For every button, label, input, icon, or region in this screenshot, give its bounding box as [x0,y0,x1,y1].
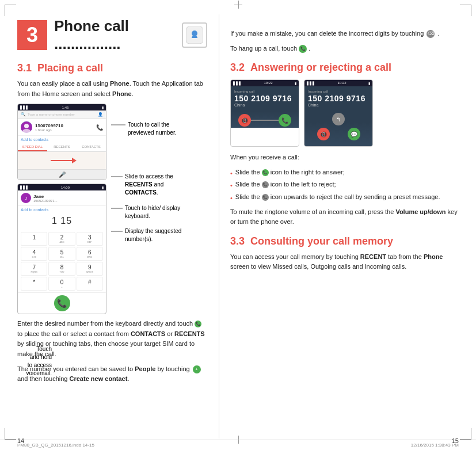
callout-voicemail: Touchand holdto accessvoicemail. [14,345,52,377]
incoming-screen-2: ▋▋▋ 10:22 ▮ Incoming call 150 2109 9716 … [304,79,373,147]
slide-arrow-area [18,152,106,169]
phone-contact-item: 15007099710 1 hour ago 📞 [18,119,106,136]
callout-keyboard-text: Touch to hide/ display keyboard. [125,204,192,220]
phone-contact-avatar [21,121,32,133]
incoming-actions-2: ↰ 📵 💬 [308,110,369,143]
contact-number-2: 15052109971... [33,199,58,203]
bullet-dot-3: • [230,193,233,204]
key-star: * [21,277,47,291]
incoming-call-screens: ▋▋▋ 10:22 ▮ Incoming call 150 2109 9716 … [230,79,459,147]
incoming-status-1: ▋▋▋ 10:22 ▮ [231,80,299,86]
phone-screen-1: ▋▋▋ 1:45 ▮ 🔍 Type a name or phone number… [17,104,106,180]
contact-name-2: Jane [33,194,58,199]
callout-keyboard-line: Touch to hide/ display keyboard. [111,204,192,220]
bullet-text-1: Slide the 📞 icon to the right to answer; [235,167,345,178]
add-contact-label: Add to contacts [21,138,48,142]
phone-tabs-bar: SPEED DIAL RECENTS CONTACTS [18,143,106,152]
contact-count-icon: 👤 [98,112,103,117]
right-page: If you make a mistake, you can delete th… [219,0,476,450]
callout-slide-text: Slide to access the RECENTS and CONTACTS… [125,173,195,197]
slide-icon-3: 📞 [262,194,269,201]
status2-signal: ▋▋▋ [20,185,29,189]
bullet-dot-2: • [230,181,233,191]
phone-app-icon [186,26,203,44]
phone-status-bar: ▋▋▋ 1:45 ▮ [18,104,106,110]
status-time: 1:45 [62,106,69,109]
incoming-body-1: Incoming call 150 2109 9716 China 📞 📵 [231,86,299,128]
phone-dial-number: 1 15 [20,216,104,226]
phone-tab-speed-dial: SPEED DIAL [18,143,47,151]
callout-line-4 [111,231,123,232]
slide-arrow [51,160,74,161]
incoming-number-1: 150 2109 9716 [234,94,295,103]
arrow-line [51,160,74,161]
svg-point-3 [24,124,29,128]
key-7: 7PQRS [21,262,47,276]
incoming-number-2: 150 2109 9716 [308,94,369,103]
call-icon-inline: 📞 [195,321,201,327]
end-call-icon-inline: 📞 [299,45,307,53]
slide-icon-1: 📞 [262,169,269,176]
callout-slide-line: Slide to access the RECENTS and CONTACTS… [111,173,195,197]
footer-file-info: PM80_GB_QG_20151216.indd 14-15 [17,443,94,448]
section-33-header: 3.3 Consulting your call memory [230,235,459,247]
callout-touch-call: Touch to call the previewed number. [111,121,192,137]
incoming-status-2: ▋▋▋ 10:22 ▮ [304,80,372,86]
phone-tab-contacts: CONTACTS [77,143,106,151]
callout-line-1 [111,124,125,125]
bullet-text-2: Slide the 📞 icon to the left to reject; [235,180,336,190]
answer-btn-2: ↰ [332,113,345,125]
left-page: 3 Phone call ................ 3.1 Placin… [0,0,219,450]
delete-icon-inline: ⌫ [427,30,435,38]
incoming-label-2: Incoming call [308,90,369,93]
slide-icon-2: 📞 [262,181,269,188]
search-icon: 🔍 [21,112,26,117]
phone-contact-name: 15007099710 [35,123,96,128]
mic-icon: 🎤 [59,171,66,178]
msg-btn-2: 💬 [348,128,360,140]
status-battery: ▮ [102,105,104,109]
phone-contact-info: 15007099710 1 hour ago [35,123,96,132]
incoming-battery-1: ▮ [295,81,296,85]
bullet-item-2: • Slide the 📞 icon to the left to reject… [230,180,459,191]
when-receive-text: When you receive a call: [230,152,459,163]
body-text-1: You can easily place a call using Phone.… [17,79,207,99]
incoming-battery-2: ▮ [368,81,370,85]
callout-keyboard: Touch to hide/ display keyboard. [111,204,192,220]
incoming-body-2: Incoming call 150 2109 9716 China ↰ 📵 💬 [304,86,372,146]
callout-touch-line: Touch to call the previewed number. [111,121,192,137]
bullet-list: • Slide the 📞 icon to the right to answe… [230,167,459,204]
incoming-time-1: 10:22 [264,81,272,85]
voicemail-text: Touchand holdto accessvoicemail. [26,346,52,376]
callout-suggested: Display the suggested number(s). [111,227,192,243]
contact-info-2: Jane 15052109971... [33,194,58,203]
incoming-time-2: 10:22 [337,81,346,85]
key-hash: # [77,277,103,291]
key-4: 4GHI [21,247,47,261]
section-32-number: 3.2 [230,62,245,74]
key-1: 1 [21,232,47,246]
incoming-country-2: China [308,103,369,107]
incoming-actions-1: 📞 📵 [234,110,295,124]
footer-bar: PM80_GB_QG_20151216.indd 14-15 12/16/201… [0,440,476,450]
callout-touch-text: Touch to call the previewed number. [128,121,192,137]
section-31-header: 3.1 Placing a call [17,62,207,74]
section-33-title: Consulting your call memory [250,235,393,247]
bullet-dot-1: • [230,169,233,179]
answer-btn-1: 📞 [279,114,291,127]
phone-contact-sub: 1 hour ago [35,128,96,132]
section-32-title: Answering or rejecting a call [250,62,391,74]
phone-add-contact: Add to contacts [18,136,106,143]
contact-avatar-2: J [21,193,31,203]
phone-screen-group: ▋▋▋ 1:45 ▮ 🔍 Type a name or phone number… [17,104,106,314]
incoming-country-1: China [234,103,295,107]
section-31-title: Placing a call [37,62,103,74]
bullet-item-3: • Slide the 📞 icon upwards to reject the… [230,192,459,204]
chapter-number: 3 [17,20,47,50]
bullet-text-3: Slide the 📞 icon upwards to reject the c… [235,192,440,203]
key-9: 9WXYZ [77,262,103,276]
add-contact-2-label: Add to contacts [21,208,48,212]
chapter-title: Phone call ................ [54,17,177,53]
key-8: 8TUV [48,262,75,276]
incoming-screen-1: ▋▋▋ 10:22 ▮ Incoming call 150 2109 9716 … [230,79,299,147]
